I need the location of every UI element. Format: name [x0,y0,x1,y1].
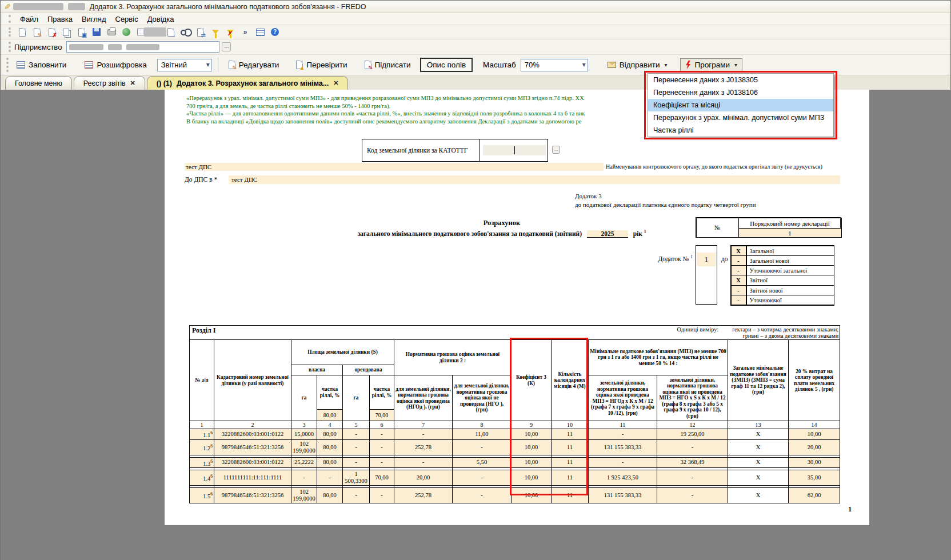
send-button[interactable]: Відправити ▾ [603,58,672,71]
data-cell[interactable]: 11,00 [453,429,512,440]
export-web-icon[interactable] [121,26,132,38]
katottg-browse-button[interactable]: ... [552,146,560,154]
find-icon[interactable] [180,26,191,38]
data-cell[interactable]: 30,00 [789,457,840,468]
tab-2[interactable]: Реєстр звітів✕ [74,76,145,90]
programs-menu-item[interactable]: Перенесення даних з J0138305 [648,74,833,86]
data-cell[interactable]: 252,78 [394,488,453,503]
data-cell[interactable]: - [657,439,728,455]
close-icon[interactable]: ✕ [333,79,338,87]
help-icon[interactable]: ? [269,26,281,38]
enterprise-input[interactable] [66,41,219,53]
row-number-cell[interactable]: 1.36 [190,457,214,468]
decrypt-button[interactable]: Розшифровка [80,58,151,71]
data-cell[interactable]: 102 199,0000 [291,439,317,455]
data-cell[interactable]: - [657,488,728,503]
enterprise-browse-button[interactable]: ... [222,42,231,51]
paste-icon[interactable]: ▣ [76,26,87,38]
data-cell[interactable]: - [370,429,394,440]
menu-Файл[interactable]: Файл [15,14,43,24]
data-cell[interactable]: 10,00 [512,470,552,486]
data-cell[interactable]: 1 500,3300 [343,470,370,486]
report-type-select[interactable]: Звітний [157,59,212,71]
data-cell[interactable]: 80,00 [317,488,343,503]
programs-menu-item[interactable]: Перерахунок з урах. мінімал. допустимої … [648,111,833,124]
tab-1[interactable]: Головне меню [5,76,72,90]
data-cell[interactable]: 5,50 [453,457,512,468]
check-button[interactable]: ▲ Перевірити [291,58,351,71]
decl-type-mark[interactable]: - [731,285,746,295]
data-cell[interactable]: - [589,429,657,440]
data-cell[interactable]: 62,00 [789,488,840,503]
data-cell[interactable]: 35,00 [789,470,840,486]
data-cell[interactable]: 80,00 [317,429,343,440]
row-number-cell[interactable]: 1.46 [190,470,214,486]
developer-share-rented-field[interactable]: 70,00 [370,410,394,421]
menu-Правка[interactable]: Правка [43,14,77,24]
menu-Сервіс[interactable]: Сервіс [111,14,143,24]
data-cell[interactable]: 20,00 [394,470,453,486]
data-cell[interactable]: - [291,470,317,486]
clear-filter-icon[interactable]: ✗ [225,26,236,38]
data-cell[interactable]: - [370,488,394,503]
data-cell[interactable]: 11 [552,488,589,503]
programs-menu-item[interactable]: Коефіцієнт та місяці [648,99,833,111]
save-icon[interactable] [91,26,102,38]
programs-button[interactable]: Програми ▾ [680,58,743,71]
data-cell[interactable]: 1111111111:11:111:1111 [214,470,291,486]
data-cell[interactable]: - [343,429,370,440]
data-cell[interactable]: 1 925 423,50 [589,470,657,486]
report-table-icon[interactable] [254,26,266,38]
menu-Вигляд[interactable]: Вигляд [77,14,111,24]
data-cell[interactable]: 10,00 [512,439,552,455]
data-cell[interactable]: 10,00 [512,457,552,468]
row-number-cell[interactable]: 1.16 [190,429,214,440]
delete-document-icon[interactable]: ✗ [46,26,58,38]
programs-menu-item[interactable]: Частка ріллі [648,124,833,137]
data-cell[interactable]: 102 199,0000 [291,488,317,503]
data-cell[interactable]: 25,2222 [291,457,317,468]
new-document-icon[interactable] [17,26,28,38]
field-description-button[interactable]: Опис полів [420,58,473,72]
data-cell[interactable]: - [317,470,343,486]
data-cell[interactable]: 20,00 [789,439,840,455]
data-cell[interactable]: 11 [552,439,589,455]
to-dps-field[interactable]: тест ДПС [229,175,840,184]
menu-Довідка[interactable]: Довідка [143,14,179,24]
decl-type-mark[interactable]: - [731,295,746,305]
data-cell[interactable]: 252,78 [394,439,453,455]
data-cell[interactable]: - [453,439,512,455]
row-number-cell[interactable]: 1.56 [190,488,214,503]
data-cell[interactable]: 11 [552,470,589,486]
data-cell[interactable]: 131 155 383,33 [589,488,657,503]
data-cell[interactable]: 3220882600:03:001:0122 [214,429,291,440]
decl-type-mark[interactable]: - [731,255,746,266]
fill-button[interactable]: Заповнити [12,58,71,71]
data-cell[interactable]: 10,00 [512,488,552,503]
annex-no-value[interactable]: 1 [697,253,716,266]
dps-org-field[interactable]: тест ДПС [185,163,604,171]
developer-share-own-field[interactable]: 80,00 [317,410,343,421]
data-cell[interactable]: - [343,457,370,468]
data-cell[interactable]: 11 [552,429,589,440]
data-cell[interactable]: 32 368,49 [657,457,728,468]
close-icon[interactable]: ✕ [130,79,135,87]
data-cell[interactable]: - [453,488,512,503]
filter-icon[interactable] [210,26,221,38]
data-cell[interactable]: 80,00 [317,457,343,468]
data-cell[interactable]: - [370,457,394,468]
data-cell[interactable]: 9879846546:51:321:3256 [214,439,291,455]
data-cell[interactable]: 19 250,00 [657,429,728,440]
data-cell[interactable]: - [657,470,728,486]
more-buttons-icon[interactable]: » [239,26,251,38]
data-cell[interactable]: - [589,457,657,468]
edit-document-icon[interactable]: ✎ [31,26,43,38]
data-cell[interactable]: 131 155 383,33 [589,439,657,455]
data-cell[interactable]: 80,00 [317,439,343,455]
data-cell[interactable]: 9879846546:51:321:3256 [214,488,291,503]
data-cell[interactable]: 11 [552,457,589,468]
data-cell[interactable]: - [394,457,453,468]
data-cell[interactable]: 10,00 [789,429,840,440]
data-cell[interactable]: 3220882600:03:001:0122 [214,457,291,468]
data-cell[interactable]: - [343,439,370,455]
